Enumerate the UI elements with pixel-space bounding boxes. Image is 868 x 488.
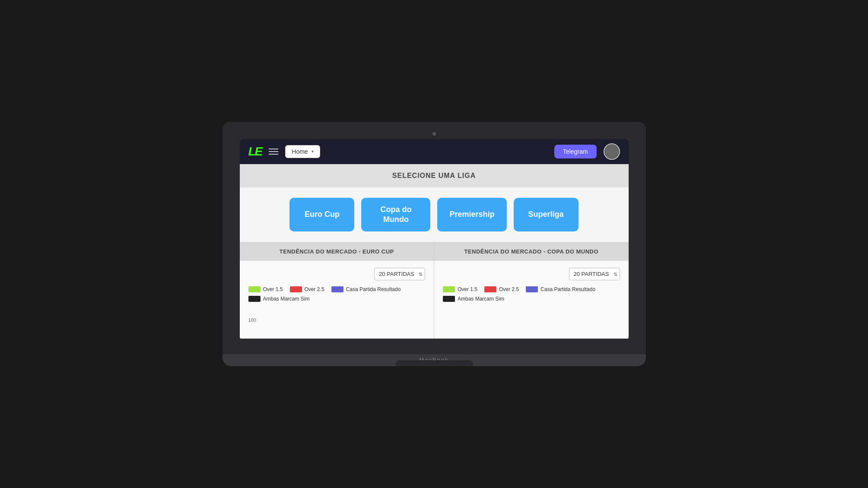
- legend-color-ambas-2: [443, 296, 455, 302]
- market-panel-euro-cup-title: TENDÊNCIA DO MERCADO - EURO CUP: [240, 242, 434, 261]
- league-button-copa-do-mundo[interactable]: Copa doMundo: [361, 198, 430, 232]
- laptop-base-notch: [395, 360, 473, 366]
- legend-color-over15-2: [443, 286, 455, 292]
- laptop-base: MacBook: [223, 354, 646, 366]
- legend-label-over15-2: Over 1.5: [458, 286, 477, 292]
- chart-placeholder-2: [443, 305, 620, 323]
- market-panel-copa-do-mundo: TENDÊNCIA DO MERCADO - COPA DO MUNDO 10 …: [434, 242, 629, 339]
- home-dropdown-label: Home: [292, 148, 308, 155]
- screen: LE Home ▾ Telegram SELECIONE UMA LIGA: [240, 139, 629, 339]
- market-panel-euro-cup-body: 10 PARTIDAS 20 PARTIDAS 30 PARTIDAS Over…: [240, 261, 434, 339]
- legend-color-over25-2: [484, 286, 496, 292]
- legend-color-casa-1: [331, 286, 343, 292]
- legend-label-ambas-2: Ambas Marcam Sim: [458, 296, 504, 302]
- league-button-premiership[interactable]: Premiership: [437, 198, 506, 232]
- legend-label-over25-1: Over 2.5: [305, 286, 324, 292]
- legend-color-over15-1: [248, 286, 261, 292]
- market-panel-euro-cup: TENDÊNCIA DO MERCADO - EURO CUP 10 PARTI…: [240, 242, 435, 339]
- legend-item-over15-1: Over 1.5: [248, 286, 283, 292]
- partidas-select-1[interactable]: 10 PARTIDAS 20 PARTIDAS 30 PARTIDAS: [374, 268, 425, 280]
- legend-copa-do-mundo: Over 1.5 Over 2.5 Casa Partida Resultado: [443, 286, 620, 302]
- league-button-euro-cup[interactable]: Euro Cup: [289, 198, 354, 232]
- hamburger-icon[interactable]: [269, 149, 278, 155]
- legend-color-casa-2: [526, 286, 538, 292]
- league-button-superliga[interactable]: Superliga: [514, 198, 579, 232]
- navbar: LE Home ▾ Telegram: [240, 139, 629, 164]
- legend-item-casa-1: Casa Partida Resultado: [331, 286, 401, 292]
- legend-label-casa-1: Casa Partida Resultado: [346, 286, 401, 292]
- legend-color-over25-1: [290, 286, 302, 292]
- chart-label-1: 100: [248, 317, 256, 323]
- partidas-select-wrapper-2: 10 PARTIDAS 20 PARTIDAS 30 PARTIDAS: [569, 268, 620, 280]
- market-panel-copa-do-mundo-title: TENDÊNCIA DO MERCADO - COPA DO MUNDO: [434, 242, 629, 261]
- legend-item-casa-2: Casa Partida Resultado: [526, 286, 595, 292]
- laptop-frame: LE Home ▾ Telegram SELECIONE UMA LIGA: [223, 122, 646, 367]
- chart-placeholder-1: 100: [248, 305, 426, 323]
- legend-item-ambas-2: Ambas Marcam Sim: [443, 296, 504, 302]
- laptop-bottom-bar: [223, 345, 646, 354]
- partidas-select-2[interactable]: 10 PARTIDAS 20 PARTIDAS 30 PARTIDAS: [569, 268, 620, 280]
- section-title: SELECIONE UMA LIGA: [392, 172, 476, 179]
- legend-color-ambas-1: [248, 296, 261, 302]
- screen-bezel: LE Home ▾ Telegram SELECIONE UMA LIGA: [223, 122, 646, 346]
- legend-label-over15-1: Over 1.5: [263, 286, 283, 292]
- avatar[interactable]: [604, 143, 620, 160]
- league-buttons-section: Euro Cup Copa doMundo Premiership Superl…: [240, 187, 629, 242]
- avatar-inner: [605, 145, 619, 158]
- chevron-down-icon: ▾: [312, 149, 314, 154]
- legend-label-ambas-1: Ambas Marcam Sim: [263, 296, 310, 302]
- partidas-select-row-1: 10 PARTIDAS 20 PARTIDAS 30 PARTIDAS: [248, 268, 426, 280]
- home-dropdown[interactable]: Home ▾: [285, 145, 320, 158]
- header-band: SELECIONE UMA LIGA: [240, 164, 629, 187]
- logo: LE: [248, 146, 262, 158]
- partidas-select-wrapper-1: 10 PARTIDAS 20 PARTIDAS 30 PARTIDAS: [374, 268, 425, 280]
- legend-item-over25-1: Over 2.5: [290, 286, 324, 292]
- legend-item-over25-2: Over 2.5: [484, 286, 519, 292]
- legend-item-ambas-1: Ambas Marcam Sim: [248, 296, 310, 302]
- market-panel-copa-do-mundo-body: 10 PARTIDAS 20 PARTIDAS 30 PARTIDAS Over…: [434, 261, 629, 339]
- camera-dot: [432, 132, 436, 136]
- market-panels: TENDÊNCIA DO MERCADO - EURO CUP 10 PARTI…: [240, 242, 629, 339]
- legend-label-casa-2: Casa Partida Resultado: [541, 286, 595, 292]
- telegram-button[interactable]: Telegram: [554, 145, 597, 158]
- legend-euro-cup: Over 1.5 Over 2.5 Casa Partida Resultado: [248, 286, 426, 302]
- legend-label-over25-2: Over 2.5: [499, 286, 519, 292]
- partidas-select-row-2: 10 PARTIDAS 20 PARTIDAS 30 PARTIDAS: [443, 268, 620, 280]
- legend-item-over15-2: Over 1.5: [443, 286, 477, 292]
